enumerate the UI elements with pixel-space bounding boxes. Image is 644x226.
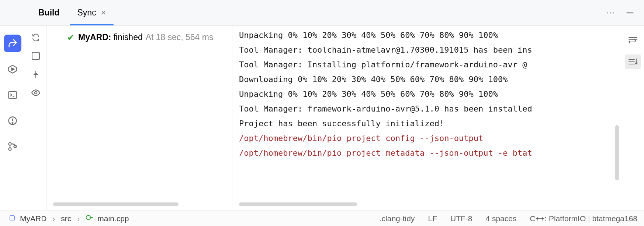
main-content: ✔ MyARD : finished At 18 sec, 564 ms Unp… bbox=[0, 26, 644, 211]
cpp-file-icon bbox=[86, 214, 93, 223]
task-at-label: At bbox=[146, 32, 154, 42]
task-status: finished bbox=[113, 32, 142, 42]
svg-point-12 bbox=[34, 92, 37, 94]
chevron-right-icon: › bbox=[74, 214, 83, 223]
activity-vcs-icon[interactable] bbox=[4, 138, 21, 155]
eye-icon[interactable] bbox=[31, 88, 41, 98]
status-encoding[interactable]: UTF-8 bbox=[450, 214, 472, 223]
svg-point-9 bbox=[8, 148, 11, 151]
activity-problems-icon[interactable] bbox=[4, 112, 21, 130]
task-name-sep: : bbox=[108, 32, 111, 42]
scroll-to-end-icon[interactable] bbox=[625, 54, 641, 69]
build-log-text[interactable]: Unpacking 0% 10% 20% 30% 40% 50% 60% 70%… bbox=[232, 26, 622, 167]
log-line: /opt/homebrew/bin/pio project config --j… bbox=[239, 131, 615, 146]
svg-point-8 bbox=[8, 143, 11, 145]
tree-scrollbar-h[interactable] bbox=[53, 202, 179, 206]
log-line: Unpacking 0% 10% 20% 30% 40% 50% 60% 70%… bbox=[239, 28, 615, 43]
svg-marker-2 bbox=[11, 68, 14, 71]
svg-rect-3 bbox=[8, 92, 16, 99]
build-tree-panel: ✔ MyARD : finished At 18 sec, 564 ms bbox=[46, 26, 232, 211]
status-toolchain[interactable]: C++: PlatformIO | btatmega168 bbox=[530, 214, 637, 223]
right-icon-col bbox=[622, 26, 644, 211]
close-icon[interactable]: ✕ bbox=[101, 10, 106, 16]
tab-build[interactable]: Build bbox=[30, 0, 69, 25]
soft-wrap-icon[interactable] bbox=[625, 32, 641, 47]
log-scrollbar-h[interactable] bbox=[239, 202, 357, 206]
svg-rect-19 bbox=[10, 216, 14, 220]
breadcrumb-project: MyARD bbox=[20, 214, 46, 223]
log-scrollbar-v[interactable] bbox=[615, 125, 619, 180]
log-line: Tool Manager: framework-arduino-avr@5.1.… bbox=[239, 102, 615, 116]
activity-run-icon[interactable] bbox=[4, 60, 21, 78]
status-linter[interactable]: .clang-tidy bbox=[380, 214, 415, 223]
pin-icon[interactable] bbox=[31, 69, 41, 80]
activity-terminal-icon[interactable] bbox=[4, 86, 21, 104]
log-line: Downloading 0% 10% 20% 30% 40% 50% 60% 7… bbox=[239, 72, 615, 87]
tab-sync[interactable]: Sync ✕ bbox=[69, 0, 115, 25]
task-time: 18 sec, 564 ms bbox=[156, 32, 213, 42]
breadcrumb-file: main.cpp bbox=[97, 214, 129, 223]
log-line: Unpacking 0% 10% 20% 30% 40% 50% 60% 70%… bbox=[239, 87, 615, 102]
breadcrumb-dir: src bbox=[61, 214, 71, 223]
build-task-item[interactable]: ✔ MyARD : finished At 18 sec, 564 ms bbox=[46, 26, 232, 43]
build-log-panel: Unpacking 0% 10% 20% 30% 40% 50% 60% 70%… bbox=[232, 26, 622, 211]
tab-list: Build Sync ✕ bbox=[30, 0, 115, 25]
activity-build-icon[interactable] bbox=[4, 35, 21, 52]
topbar-right: ⋮ bbox=[603, 7, 644, 19]
log-line: Project has been successfully initialize… bbox=[239, 116, 615, 131]
kebab-icon[interactable]: ⋮ bbox=[603, 7, 617, 19]
breadcrumb[interactable]: MyARD › src › main.cpp bbox=[9, 214, 129, 223]
tab-build-label: Build bbox=[38, 8, 60, 18]
topbar: Build Sync ✕ ⋮ bbox=[0, 0, 644, 26]
status-indent[interactable]: 4 spaces bbox=[485, 214, 516, 223]
tab-sync-label: Sync bbox=[77, 8, 96, 18]
svg-point-7 bbox=[12, 122, 13, 123]
module-icon bbox=[9, 214, 15, 223]
log-line: Tool Manager: toolchain-atmelavr@1.70300… bbox=[239, 43, 615, 57]
chevron-right-icon: › bbox=[49, 214, 58, 223]
log-line: Tool Manager: Installing platformio/fram… bbox=[239, 57, 615, 72]
activity-bar bbox=[0, 26, 25, 211]
status-bar: MyARD › src › main.cpp .clang-tidy LF UT… bbox=[0, 211, 644, 226]
check-icon: ✔ bbox=[67, 32, 75, 43]
sync-icon[interactable] bbox=[31, 32, 41, 43]
status-eol[interactable]: LF bbox=[428, 214, 437, 223]
stop-icon[interactable] bbox=[31, 51, 41, 61]
log-line: /opt/homebrew/bin/pio project metadata -… bbox=[239, 146, 615, 160]
build-tool-col bbox=[25, 26, 46, 211]
task-name: MyARD bbox=[78, 32, 108, 42]
status-right: .clang-tidy LF UTF-8 4 spaces C++: Platf… bbox=[380, 214, 637, 223]
minimize-button[interactable] bbox=[625, 8, 635, 18]
